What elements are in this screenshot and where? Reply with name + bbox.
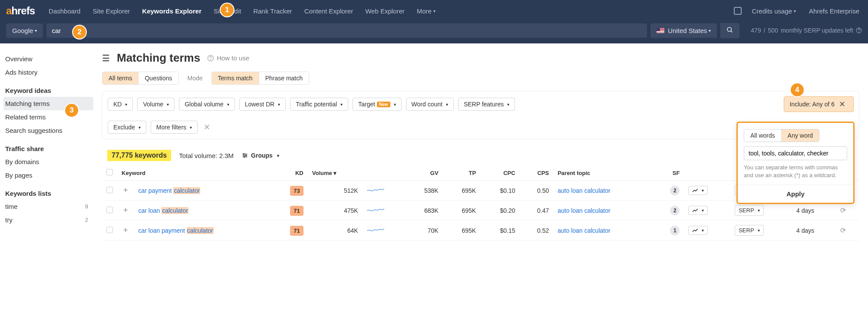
col-cps[interactable]: CPS <box>520 165 554 181</box>
search-button[interactable] <box>720 23 739 38</box>
sidebar-matching-terms[interactable]: Matching terms <box>3 97 93 110</box>
toggle-any-word[interactable]: Any word <box>782 129 819 142</box>
filter-traffic-potential[interactable]: Traffic potential▾ <box>290 98 348 111</box>
serp-button[interactable]: SERP ▾ <box>735 205 763 216</box>
chevron-down-icon: ▾ <box>433 9 436 13</box>
trend-button[interactable]: ▾ <box>688 206 708 215</box>
keyword-search-input[interactable] <box>46 23 647 38</box>
close-icon[interactable]: ✕ <box>836 99 848 109</box>
top-nav: ahrefs Dashboard Site Explorer Keywords … <box>0 0 868 22</box>
col-gv[interactable]: GV <box>405 165 443 181</box>
page-title: Matching terms <box>117 51 200 65</box>
appearance-icon[interactable] <box>734 7 742 15</box>
sidebar-list-time[interactable]: time9 <box>5 200 93 213</box>
toggle-questions[interactable]: Questions <box>139 72 178 84</box>
toggle-phrase-match[interactable]: Phrase match <box>259 72 309 84</box>
svg-point-11 <box>244 156 245 158</box>
toggle-all-words[interactable]: All words <box>744 129 782 142</box>
col-cpc[interactable]: CPC <box>480 165 519 181</box>
filter-word-count[interactable]: Word count▾ <box>406 98 454 111</box>
filter-global-volume[interactable]: Global volume▾ <box>179 98 235 111</box>
keyword-link[interactable]: car loan calculator <box>139 207 189 214</box>
chevron-down-icon: ▾ <box>277 153 279 158</box>
serp-button[interactable]: SERP ▾ <box>735 225 763 236</box>
filter-exclude[interactable]: Exclude▾ <box>108 121 146 134</box>
sidebar-list-try[interactable]: try2 <box>5 213 93 227</box>
keyword-link[interactable]: car payment calculator <box>139 187 201 194</box>
filter-volume[interactable]: Volume▾ <box>137 98 175 111</box>
col-kd[interactable]: KD <box>272 165 308 181</box>
sf-count[interactable]: 1 <box>670 226 680 235</box>
sidebar-related-terms[interactable]: Related terms <box>5 110 93 124</box>
sf-count[interactable]: 2 <box>670 206 680 215</box>
filter-serp-features[interactable]: SERP features▾ <box>458 98 515 111</box>
expand-icon[interactable]: + <box>122 186 130 195</box>
sidebar-toggle-icon[interactable]: ☰ <box>102 53 110 63</box>
include-apply-button[interactable]: Apply <box>738 185 853 203</box>
nav-rank-tracker[interactable]: Rank Tracker <box>247 0 298 22</box>
sidebar-by-pages[interactable]: By pages <box>5 168 93 182</box>
filter-include[interactable]: Include: Any of 6✕ <box>784 96 854 112</box>
page-header: ☰ Matching terms How to use <box>102 51 859 65</box>
nav-keywords-explorer[interactable]: Keywords Explorer <box>136 0 208 22</box>
select-all-checkbox[interactable] <box>106 169 113 175</box>
row-checkbox[interactable] <box>106 227 113 233</box>
sparkline-icon <box>367 226 384 233</box>
filter-lowest-dr[interactable]: Lowest DR▾ <box>239 98 286 111</box>
credits-info: 479 / 500 monthly SERP updates left <box>751 27 862 34</box>
row-checkbox[interactable] <box>106 207 113 213</box>
keyword-link[interactable]: car loan payment calculator <box>139 227 214 234</box>
nav-web-explorer[interactable]: Web Explorer <box>359 0 411 22</box>
row-checkbox[interactable] <box>106 187 113 193</box>
parent-topic-link[interactable]: auto loan calculator <box>558 207 610 214</box>
nav-dashboard[interactable]: Dashboard <box>43 0 86 22</box>
parent-topic-link[interactable]: auto loan calculator <box>558 227 610 234</box>
chevron-down-icon: ▾ <box>125 102 127 107</box>
parent-topic-link[interactable]: auto loan calculator <box>558 187 610 194</box>
kd-badge: 71 <box>290 206 303 216</box>
toggle-all-terms[interactable]: All terms <box>102 72 139 84</box>
filter-more[interactable]: More filters▾ <box>151 121 198 134</box>
terms-type-toggle: All terms Questions <box>102 72 179 85</box>
refresh-icon[interactable]: ⟳ <box>840 227 846 234</box>
filters-row: KD▾ Volume▾ Global volume▾ Lowest DR▾ Tr… <box>102 91 859 139</box>
how-to-use-link[interactable]: How to use <box>207 54 249 62</box>
nav-more[interactable]: More▾ <box>411 0 442 22</box>
logo[interactable]: ahrefs <box>6 5 35 17</box>
expand-icon[interactable]: + <box>122 226 130 234</box>
clear-filters-icon[interactable]: ✕ <box>202 122 212 132</box>
sidebar-overview[interactable]: Overview <box>5 52 93 66</box>
chevron-down-icon: ▾ <box>702 208 704 213</box>
trend-button[interactable]: ▾ <box>688 186 708 195</box>
nav-credits[interactable]: Credits usage▾ <box>749 0 799 22</box>
col-parent[interactable]: Parent topic <box>553 165 654 181</box>
refresh-icon[interactable]: ⟳ <box>840 207 846 214</box>
groups-button[interactable]: Groups▾ <box>241 152 279 159</box>
nav-content-explorer[interactable]: Content Explorer <box>298 0 360 22</box>
sf-count[interactable]: 2 <box>670 186 680 195</box>
sidebar-search-suggestions[interactable]: Search suggestions <box>5 124 93 137</box>
sidebar-by-domains[interactable]: By domains <box>5 155 93 168</box>
filter-kd[interactable]: KD▾ <box>108 98 133 111</box>
nav-enterprise[interactable]: Ahrefs Enterprise <box>806 0 862 22</box>
include-terms-input[interactable] <box>744 146 847 160</box>
gv-value: 683K <box>405 201 443 221</box>
col-tp[interactable]: TP <box>443 165 481 181</box>
us-flag-icon <box>657 28 664 33</box>
sidebar-ads-history[interactable]: Ads history <box>5 66 93 79</box>
search-engine-select[interactable]: Google▾ <box>6 23 43 38</box>
list-count: 2 <box>85 217 88 223</box>
cps-value: 0.52 <box>520 221 554 241</box>
col-keyword[interactable]: Keyword <box>117 165 272 181</box>
chevron-down-icon: ▾ <box>340 102 343 107</box>
filter-target[interactable]: TargetNew▾ <box>353 98 401 111</box>
expand-icon[interactable]: + <box>122 206 130 214</box>
keyword-highlight: calculator <box>173 187 200 194</box>
col-sf[interactable]: SF <box>654 165 684 181</box>
country-select[interactable]: United States▾ <box>650 23 717 38</box>
nav-site-explorer[interactable]: Site Explorer <box>86 0 136 22</box>
trend-button[interactable]: ▾ <box>688 226 708 235</box>
col-volume[interactable]: Volume ▾ <box>308 165 363 181</box>
help-icon[interactable] <box>856 27 862 33</box>
toggle-terms-match[interactable]: Terms match <box>212 72 259 84</box>
